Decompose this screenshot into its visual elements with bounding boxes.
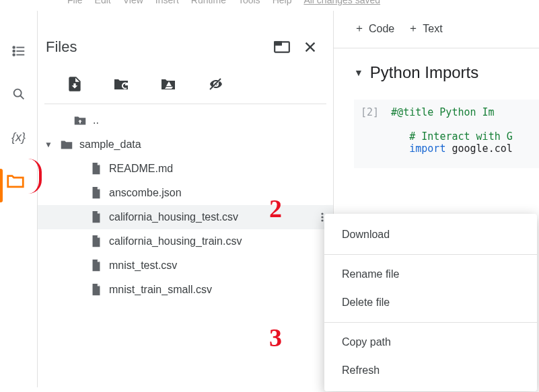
menu-view[interactable]: View: [123, 0, 143, 5]
notebook-toolbar: ＋Code ＋Text: [334, 17, 539, 48]
tree-file-anscombe[interactable]: anscombe.json: [38, 181, 333, 205]
cm-refresh[interactable]: Refresh: [324, 356, 537, 385]
tree-file-california-train[interactable]: california_housing_train.csv: [38, 229, 333, 253]
tree-up[interactable]: ..: [38, 108, 333, 132]
add-code-button[interactable]: ＋Code: [354, 22, 394, 36]
variables-icon[interactable]: {x}: [11, 129, 27, 145]
active-indicator: [0, 169, 3, 202]
tree-file-mnist-test[interactable]: mnist_test.csv: [38, 253, 333, 278]
mount-drive-icon[interactable]: [159, 74, 179, 94]
tree-folder-sample-data[interactable]: ▼ sample_data: [38, 132, 333, 157]
exec-count: [2]: [361, 106, 379, 118]
svg-point-4: [13, 50, 15, 52]
section-heading[interactable]: ▼ Python Imports: [354, 63, 539, 82]
cm-delete[interactable]: Delete file: [324, 288, 537, 317]
file-icon: [89, 210, 104, 225]
menu-insert[interactable]: Insert: [155, 0, 179, 5]
left-rail: {x}: [0, 11, 37, 387]
tree-file-california-test[interactable]: california_housing_test.csv: [38, 205, 333, 229]
svg-point-6: [13, 89, 21, 97]
svg-point-5: [13, 54, 15, 56]
search-icon[interactable]: [11, 86, 27, 102]
upload-file-icon[interactable]: [65, 74, 85, 94]
tree-file-readme[interactable]: README.md: [38, 157, 333, 181]
cm-copy-path[interactable]: Copy path: [324, 328, 537, 356]
chevron-down-icon[interactable]: ▼: [354, 67, 363, 78]
plus-icon: ＋: [354, 22, 365, 36]
divider: [324, 322, 537, 323]
folder-icon[interactable]: [5, 172, 26, 192]
svg-point-15: [321, 212, 323, 214]
svg-point-17: [321, 219, 323, 221]
tree-file-mnist-train[interactable]: mnist_train_small.csv: [38, 278, 333, 302]
close-icon[interactable]: [301, 38, 320, 56]
add-text-button[interactable]: ＋Text: [408, 22, 442, 36]
header-tab-icon[interactable]: [273, 38, 291, 56]
menu-file[interactable]: File: [67, 0, 83, 5]
cm-rename[interactable]: Rename file: [324, 260, 537, 288]
file-icon: [89, 161, 104, 176]
panel-title: Files: [46, 38, 77, 56]
refresh-folder-icon[interactable]: [112, 74, 132, 94]
folder-icon: [59, 137, 74, 152]
files-panel: Files: [37, 11, 333, 387]
notebook-section: ▼ Python Imports [2]#@title Python Im # …: [334, 48, 539, 168]
folder-up-icon: [73, 113, 87, 128]
plus-icon: ＋: [408, 22, 419, 36]
cm-download[interactable]: Download: [324, 221, 537, 249]
menu-help[interactable]: Help: [273, 0, 292, 5]
svg-point-3: [13, 46, 15, 48]
divider: [324, 254, 537, 255]
tree-up-label: ..: [93, 114, 99, 126]
toc-icon[interactable]: [11, 43, 27, 59]
file-icon: [89, 282, 104, 297]
save-status: All changes saved: [303, 0, 380, 5]
file-icon: [89, 234, 104, 249]
menu-edit[interactable]: Edit: [95, 0, 111, 5]
file-tree: .. ▼ sample_data README.md anscombe.json…: [38, 104, 333, 306]
svg-rect-9: [275, 42, 281, 44]
menu-runtime[interactable]: Runtime: [191, 0, 226, 5]
files-toolbar: [44, 69, 326, 104]
svg-point-16: [321, 216, 323, 218]
svg-line-7: [20, 95, 24, 99]
file-icon: [89, 186, 104, 200]
code-cell[interactable]: [2]#@title Python Im # Interact with G i…: [354, 100, 539, 168]
hide-icon[interactable]: [206, 74, 226, 94]
context-menu: Download Rename file Delete file Copy pa…: [324, 214, 537, 391]
chevron-down-icon[interactable]: ▼: [44, 140, 54, 149]
menubar: File Edit View Insert Runtime Tools Help…: [0, 0, 539, 11]
menu-tools[interactable]: Tools: [238, 0, 260, 5]
file-icon: [89, 258, 104, 273]
